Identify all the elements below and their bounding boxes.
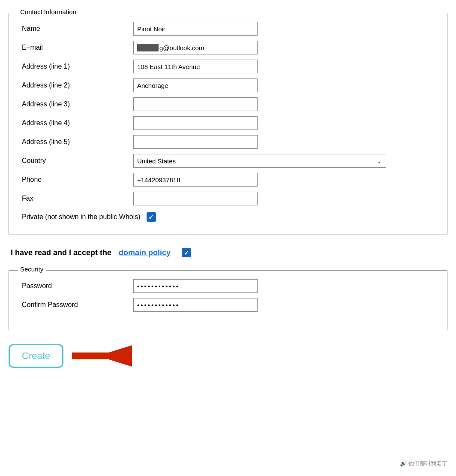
addr2-row: Address (line 2) — [22, 78, 434, 92]
domain-policy-link[interactable]: domain policy — [119, 248, 171, 257]
fax-input[interactable] — [133, 192, 258, 205]
confirm-password-input[interactable] — [133, 298, 258, 312]
confirm-password-row: Confirm Password — [22, 298, 434, 312]
addr4-label: Address (line 4) — [22, 119, 133, 127]
domain-policy-row: I have read and I accept the domain poli… — [9, 248, 447, 257]
fax-label: Fax — [22, 195, 133, 202]
password-input[interactable] — [133, 279, 258, 293]
addr2-label: Address (line 2) — [22, 81, 133, 89]
create-button[interactable]: Create — [9, 344, 63, 368]
name-label: Name — [22, 25, 133, 33]
security-section: Security Password Confirm Password — [9, 270, 447, 330]
arrow-icon — [72, 343, 132, 369]
phone-row: Phone — [22, 173, 434, 187]
watermark: 🔊 他们都叫我老宁 — [400, 460, 447, 467]
password-label: Password — [22, 282, 133, 290]
addr5-row: Address (line 5) — [22, 135, 434, 149]
svg-rect-1 — [72, 352, 115, 359]
domain-policy-checkbox[interactable] — [182, 248, 191, 257]
fax-row: Fax — [22, 192, 434, 205]
addr1-input[interactable] — [133, 60, 258, 73]
addr5-input[interactable] — [133, 135, 258, 149]
country-row: Country United States United Kingdom Can… — [22, 154, 434, 168]
private-checkbox[interactable] — [147, 212, 156, 222]
country-select-wrapper: United States United Kingdom Canada Aust… — [133, 154, 386, 168]
confirm-password-label: Confirm Password — [22, 301, 133, 309]
country-label: Country — [22, 157, 133, 165]
addr1-row: Address (line 1) — [22, 60, 434, 73]
security-legend: Security — [18, 265, 46, 273]
phone-input[interactable] — [133, 173, 258, 187]
domain-policy-text-before: I have read and I accept the — [11, 248, 111, 257]
email-row: E–mail g@outlook.com — [22, 41, 434, 54]
name-input[interactable] — [133, 22, 258, 36]
redacted-block — [137, 44, 159, 51]
email-suffix: g@outlook.com — [159, 44, 204, 51]
email-label: E–mail — [22, 44, 133, 51]
addr5-label: Address (line 5) — [22, 138, 133, 146]
password-row: Password — [22, 279, 434, 293]
addr1-label: Address (line 1) — [22, 63, 133, 70]
addr2-input[interactable] — [133, 78, 258, 92]
addr4-input[interactable] — [133, 116, 258, 130]
private-label: Private (not shown in the public Whois) — [22, 213, 141, 221]
private-row: Private (not shown in the public Whois) — [22, 212, 434, 222]
addr3-label: Address (line 3) — [22, 100, 133, 108]
phone-label: Phone — [22, 176, 133, 184]
addr3-row: Address (line 3) — [22, 97, 434, 111]
contact-info-legend: Contact Information — [18, 8, 79, 15]
addr4-row: Address (line 4) — [22, 116, 434, 130]
create-section: Create — [9, 343, 447, 369]
contact-information-section: Contact Information Name E–mail g@outloo… — [9, 13, 447, 235]
name-row: Name — [22, 22, 434, 36]
email-input[interactable]: g@outlook.com — [133, 41, 258, 54]
addr3-input[interactable] — [133, 97, 258, 111]
country-select[interactable]: United States United Kingdom Canada Aust… — [133, 154, 386, 168]
